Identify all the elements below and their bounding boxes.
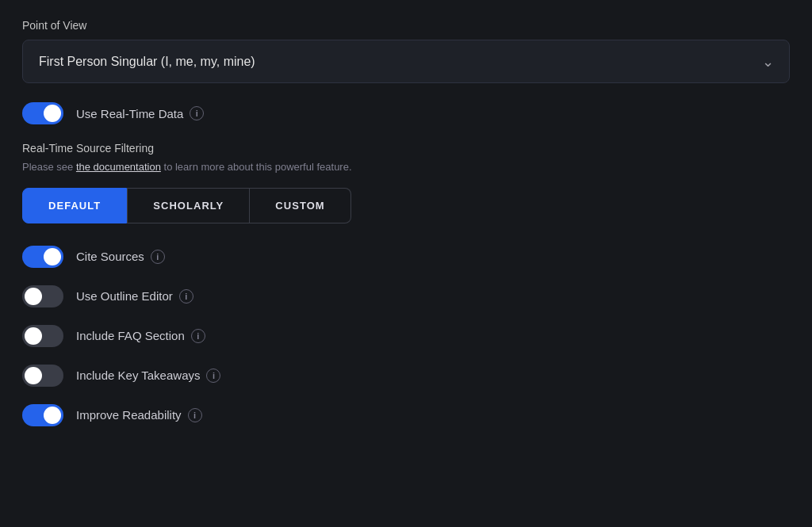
realtime-filtering-title: Real-Time Source Filtering — [22, 142, 790, 155]
include-faq-label: Include FAQ Section i — [76, 329, 205, 343]
use-realtime-data-row: Use Real-Time Data i — [22, 102, 790, 124]
include-faq-row: Include FAQ Section i — [22, 325, 790, 347]
include-key-takeaways-toggle[interactable] — [22, 365, 63, 387]
filter-default-button[interactable]: DEFAULT — [22, 188, 127, 223]
improve-readability-info-icon[interactable]: i — [188, 408, 202, 422]
realtime-filtering-desc: Please see the documentation to learn mo… — [22, 159, 790, 175]
improve-readability-label: Improve Readability i — [76, 408, 202, 422]
use-realtime-data-info-icon[interactable]: i — [190, 106, 204, 120]
include-key-takeaways-label: Include Key Takeaways i — [76, 369, 220, 383]
use-outline-editor-info-icon[interactable]: i — [179, 289, 193, 304]
point-of-view-select[interactable]: First Person Singular (I, me, my, mine) … — [22, 40, 790, 83]
use-outline-editor-label: Use Outline Editor i — [76, 289, 193, 304]
use-realtime-data-toggle[interactable] — [22, 102, 63, 124]
filter-buttons-group: DEFAULT SCHOLARLY CUSTOM — [22, 188, 790, 223]
cite-sources-info-icon[interactable]: i — [151, 250, 165, 264]
documentation-link[interactable]: the documentation — [76, 161, 161, 173]
improve-readability-toggle[interactable] — [22, 404, 63, 426]
include-key-takeaways-row: Include Key Takeaways i — [22, 365, 790, 387]
point-of-view-label: Point of View — [22, 19, 790, 32]
cite-sources-toggle[interactable] — [22, 246, 63, 268]
filter-scholarly-button[interactable]: SCHOLARLY — [127, 188, 250, 223]
use-realtime-data-label: Use Real-Time Data i — [76, 106, 204, 120]
filter-custom-button[interactable]: CUSTOM — [250, 188, 350, 223]
include-key-takeaways-info-icon[interactable]: i — [206, 369, 220, 383]
cite-sources-row: Cite Sources i — [22, 246, 790, 268]
point-of-view-dropdown-wrapper: First Person Singular (I, me, my, mine) … — [22, 40, 790, 83]
use-outline-editor-row: Use Outline Editor i — [22, 285, 790, 307]
cite-sources-label: Cite Sources i — [76, 250, 165, 264]
use-outline-editor-toggle[interactable] — [22, 285, 63, 307]
realtime-filtering-section: Real-Time Source Filtering Please see th… — [22, 142, 790, 223]
include-faq-toggle[interactable] — [22, 325, 63, 347]
include-faq-info-icon[interactable]: i — [191, 329, 205, 343]
improve-readability-row: Improve Readability i — [22, 404, 790, 426]
